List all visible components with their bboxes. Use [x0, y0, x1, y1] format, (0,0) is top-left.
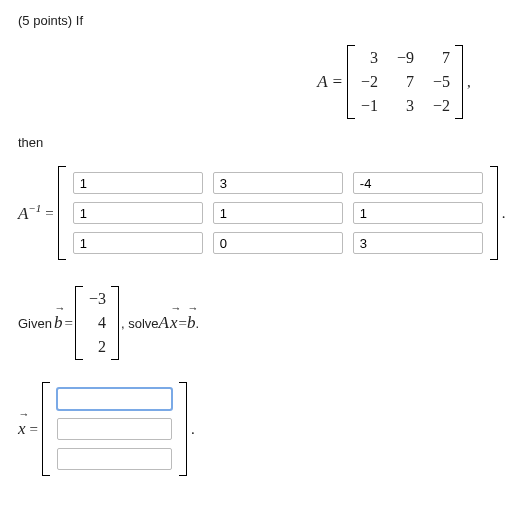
matrix-a: 3 −9 7 −2 7 −5 −1 3 −2 — [347, 45, 463, 119]
x-var: x — [170, 313, 178, 333]
given-row: Given b = −3 4 2 , solve A x = b . — [18, 286, 510, 360]
matrix-a-trailing: , — [467, 74, 471, 91]
ainv-input-2-0[interactable] — [73, 232, 203, 254]
x-input-1[interactable] — [57, 418, 172, 440]
x-vector-inputs — [42, 382, 187, 476]
b-1: 4 — [88, 314, 106, 332]
a-inverse-label: A−1 — [18, 202, 41, 224]
given-eq2: = — [178, 315, 186, 332]
a-0-0: 3 — [360, 49, 378, 67]
ainv-input-1-0[interactable] — [73, 202, 203, 224]
a-inverse-row: A−1 = . — [18, 166, 510, 260]
then-text: then — [18, 135, 510, 150]
ainv-input-1-2[interactable] — [353, 202, 483, 224]
given-prefix: Given — [18, 316, 52, 331]
a-2-2: −2 — [432, 97, 450, 115]
a-1-2: −5 — [432, 73, 450, 91]
x-eq: = — [30, 421, 38, 438]
a-2-0: −1 — [360, 97, 378, 115]
a-1-1: 7 — [396, 73, 414, 91]
ainv-input-2-1[interactable] — [213, 232, 343, 254]
x-label: x — [18, 419, 26, 439]
given-end: . — [195, 316, 199, 331]
points-text: (5 points) If — [18, 13, 83, 28]
given-eq1: = — [64, 315, 72, 332]
a-2-1: 3 — [396, 97, 414, 115]
b-2: 2 — [88, 338, 106, 356]
ainv-input-1-1[interactable] — [213, 202, 343, 224]
matrix-a-definition: A = 3 −9 7 −2 7 −5 −1 3 −2 , — [18, 45, 510, 119]
given-mid: , solve — [121, 316, 159, 331]
x-trailing: . — [191, 421, 195, 438]
ainv-input-0-0[interactable] — [73, 172, 203, 194]
A-var: A — [159, 313, 169, 333]
ainv-input-2-2[interactable] — [353, 232, 483, 254]
a-1-0: −2 — [360, 73, 378, 91]
ainv-input-0-1[interactable] — [213, 172, 343, 194]
a-inverse-trailing: . — [502, 205, 506, 222]
x-input-0[interactable] — [57, 388, 172, 410]
a-0-1: −9 — [396, 49, 414, 67]
x-input-2[interactable] — [57, 448, 172, 470]
a-inverse-eq: = — [45, 205, 53, 222]
ainv-input-0-2[interactable] — [353, 172, 483, 194]
a-0-2: 7 — [432, 49, 450, 67]
x-solution-row: x = . — [18, 382, 510, 476]
a-inverse-matrix — [58, 166, 498, 260]
question-points: (5 points) If — [18, 12, 510, 29]
b-vector: −3 4 2 — [75, 286, 119, 360]
b-var: b — [54, 313, 63, 333]
b-var-2: b — [187, 313, 196, 333]
b-0: −3 — [88, 290, 106, 308]
matrix-a-label: A = — [317, 72, 343, 92]
